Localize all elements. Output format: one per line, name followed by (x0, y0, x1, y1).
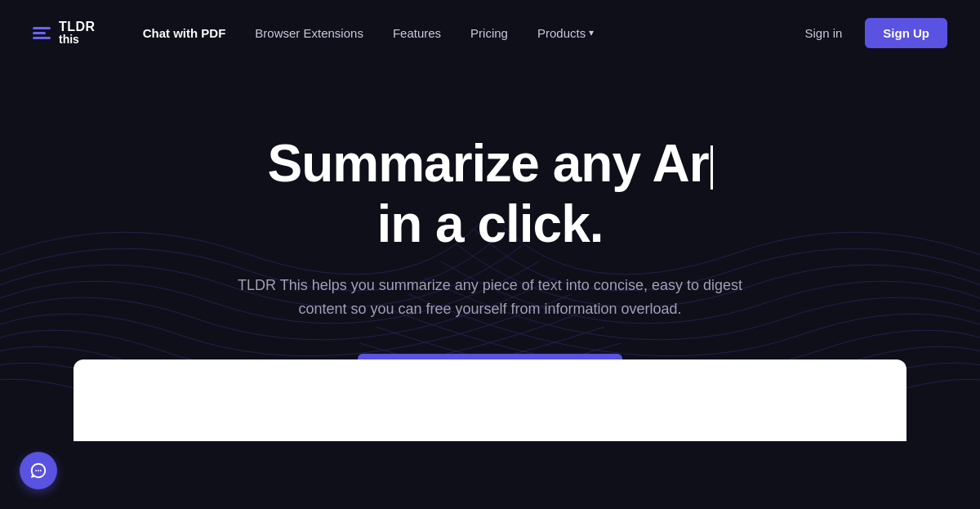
content-card-peek (74, 359, 906, 441)
nav-products[interactable]: Products (523, 20, 608, 47)
nav-right: Sign in Sign Up (795, 18, 947, 48)
nav-browser-extensions[interactable]: Browser Extensions (240, 20, 378, 47)
chat-support-button[interactable] (20, 452, 57, 489)
nav-pricing[interactable]: Pricing (456, 20, 523, 47)
text-cursor (710, 145, 713, 190)
hero-content: Summarize any Ar in a click. TLDR This h… (220, 134, 760, 397)
navbar: TLDR this Chat with PDF Browser Extensio… (0, 0, 980, 65)
nav-links: Chat with PDF Browser Extensions Feature… (128, 20, 795, 47)
hero-subtitle: TLDR This helps you summarize any piece … (220, 274, 760, 321)
hero-title-line2: in a click. (376, 194, 603, 253)
nav-features[interactable]: Features (378, 20, 456, 47)
hero-title-line1: Summarize any Ar (267, 134, 708, 193)
hero-section: .wave-line { fill: none; stroke: #2a2860… (0, 65, 980, 441)
logo-tldr: TLDR (59, 20, 96, 33)
logo-text: TLDR this (59, 20, 96, 45)
chat-icon (29, 462, 47, 480)
hero-title: Summarize any Ar in a click. (267, 134, 712, 254)
logo-icon (33, 27, 51, 39)
nav-chat-with-pdf[interactable]: Chat with PDF (128, 20, 241, 47)
logo-this: this (59, 33, 96, 45)
sign-up-button[interactable]: Sign Up (865, 18, 947, 48)
logo[interactable]: TLDR this (33, 20, 96, 45)
sign-in-button[interactable]: Sign in (795, 20, 852, 47)
